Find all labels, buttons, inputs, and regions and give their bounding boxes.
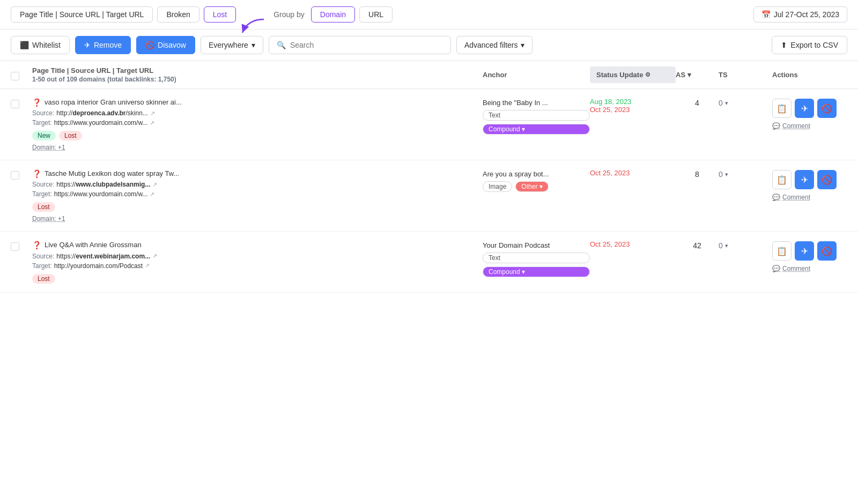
as-value: 8 [676,169,719,179]
comment-button[interactable]: 💬 Comment [772,122,810,130]
ts-value: 0 ▾ [719,169,772,179]
badges: New Lost [32,131,483,140]
table-row: ❓ vaso ropa interior Gran universo skinn… [0,89,858,160]
external-link-icon[interactable]: ↗ [150,120,154,127]
comment-icon: 💬 [772,194,780,201]
everywhere-dropdown[interactable]: Everywhere ▾ [201,36,263,54]
toolbar: ⬛ Whitelist ✈ Remove 🚫 Disavow Everywher… [0,29,858,61]
source-url-link[interactable]: https://event.webinarjam.com... [56,253,150,260]
whitelist-button[interactable]: ⬛ Whitelist [11,36,70,54]
top-bar-right: 📅 Jul 27-Oct 25, 2023 [753,6,847,23]
anchor-link-type-dropdown[interactable]: Other ▾ [515,181,548,192]
send-action-button[interactable]: ✈ [795,241,814,261]
whitelist-label: Whitelist [32,41,61,49]
date-range-button[interactable]: 📅 Jul 27-Oct 25, 2023 [753,6,847,23]
header-as[interactable]: AS ▾ [676,71,719,79]
comment-icon: 💬 [772,122,780,130]
header-checkbox[interactable] [11,70,32,80]
source-url-row: Source: https://www.clubpadelsanmig... ↗ [32,181,483,188]
row-checkbox[interactable] [11,169,32,180]
source-url-link[interactable]: https://www.clubpadelsanmig... [56,181,150,188]
search-input[interactable] [290,41,443,49]
target-url-row: Target: https://www.yourdomain.com/w... … [32,119,483,127]
disavow-button[interactable]: 🚫 Disavow [136,36,195,54]
external-link-icon[interactable]: ↗ [150,110,155,117]
group-by-domain[interactable]: Domain [311,6,355,23]
comment-label: Comment [782,122,810,130]
comment-button[interactable]: 💬 Comment [772,265,810,272]
export-button[interactable]: ⬆ Export to CSV [772,36,847,54]
date-second: Oct 25, 2023 [590,240,676,248]
badge-lost: Lost [32,274,55,284]
row-checkbox[interactable] [11,240,32,251]
actions-col: 📋 ✈ 🚫 💬 Comment [772,169,847,201]
search-icon: 🔍 [277,41,286,49]
anchor-text: Being the "Baby In ... [483,99,590,107]
copy-action-button[interactable]: 📋 [772,170,792,189]
source-url-link[interactable]: http://deproenca.adv.br/skinn... [56,109,148,117]
external-link-icon[interactable]: ↗ [145,262,150,269]
send-action-button[interactable]: ✈ [795,170,814,189]
anchor-type-tag: Text [483,110,590,121]
header-status[interactable]: Status Update ⚙ [590,66,676,83]
row-page-info: ❓ vaso ropa interior Gran universo skinn… [32,98,483,151]
chevron-down-icon: ▾ [252,41,255,49]
disavow-action-button[interactable]: 🚫 [817,99,837,118]
row-page-info: ❓ Tasche Mutig Lexikon dog water spray T… [32,169,483,223]
help-icon[interactable]: ❓ [32,169,41,178]
header-anchor: Anchor [483,71,590,79]
help-icon[interactable]: ❓ [32,98,41,107]
send-action-button[interactable]: ✈ [795,99,814,118]
ts-chevron-icon[interactable]: ▾ [725,171,728,178]
copy-action-button[interactable]: 📋 [772,241,792,261]
target-url-link[interactable]: https://www.yourdomain.com/w... [54,190,148,198]
header-actions: Actions [772,71,847,79]
search-box: 🔍 [269,36,451,54]
tab-lost[interactable]: Lost [204,6,236,23]
anchor-link-type-dropdown[interactable]: Compound ▾ [483,266,590,277]
ts-chevron-icon[interactable]: ▾ [725,100,728,107]
date-first: Aug 18, 2023 [590,98,676,106]
anchor-col: Your Domain Podcast Text Compound ▾ [483,240,590,277]
badge-new: New [32,131,56,140]
target-url-link[interactable]: http://yourdomain.com/Podcast [54,262,143,270]
group-by-url[interactable]: URL [359,6,393,23]
header-page: Page Title | Source URL | Target URL 1-5… [32,66,483,83]
ts-chevron-icon[interactable]: ▾ [725,242,728,249]
external-link-icon[interactable]: ↗ [150,191,154,198]
table-row: ❓ Live Q&A with Annie Grossman Source: h… [0,232,858,292]
domain-extra[interactable]: Domain: +1 [32,144,483,151]
disavow-action-button[interactable]: 🚫 [817,241,837,261]
remove-button[interactable]: ✈ Remove [75,36,131,54]
badges: Lost [32,202,483,212]
target-url-row: Target: https://www.yourdomain.com/w... … [32,190,483,198]
anchor-link-type-dropdown[interactable]: Compound ▾ [483,124,590,135]
comment-button[interactable]: 💬 Comment [772,194,810,201]
everywhere-label: Everywhere [209,41,248,49]
status-dates: Oct 25, 2023 [590,169,676,177]
row-checkbox[interactable] [11,98,32,108]
tab-broken[interactable]: Broken [157,6,199,23]
external-link-icon[interactable]: ↗ [152,181,157,188]
help-icon[interactable]: ❓ [32,241,41,249]
as-value: 42 [676,240,719,250]
source-url-row: Source: https://event.webinarjam.com... … [32,253,483,260]
external-link-icon[interactable]: ↗ [152,253,157,260]
calendar-icon: 📅 [761,10,771,19]
table-row: ❓ Tasche Mutig Lexikon dog water spray T… [0,160,858,232]
copy-action-button[interactable]: 📋 [772,99,792,118]
tab-new[interactable]: Page Title | Source URL | Target URL [11,6,153,23]
header-ts: TS [719,71,772,79]
anchor-text: Are you a spray bot... [483,170,590,178]
whitelist-icon: ⬛ [20,41,29,49]
disavow-action-button[interactable]: 🚫 [817,170,837,189]
domain-extra[interactable]: Domain: +1 [32,215,483,223]
advanced-filters-dropdown[interactable]: Advanced filters ▾ [456,36,533,54]
filter-icon: ⚙ [645,71,650,78]
remove-icon: ✈ [84,41,91,49]
chevron-down-icon: ▾ [687,71,691,79]
source-url-row: Source: http://deproenca.adv.br/skinn...… [32,109,483,117]
target-url-link[interactable]: https://www.yourdomain.com/w... [54,119,148,127]
date-second: Oct 25, 2023 [590,106,676,114]
comment-icon: 💬 [772,265,780,272]
